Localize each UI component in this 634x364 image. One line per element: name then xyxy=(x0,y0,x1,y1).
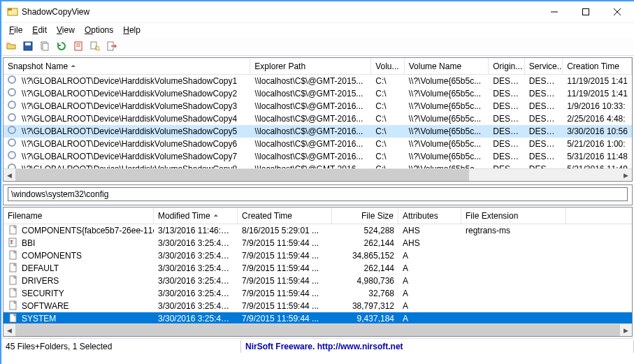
exit-icon[interactable] xyxy=(105,39,119,53)
svg-point-21 xyxy=(8,126,15,133)
column-header[interactable]: Volume Name xyxy=(405,58,489,74)
toolbar xyxy=(1,37,634,56)
file-row[interactable]: SYSTEM3/30/2016 3:25:41 ...7/9/2015 11:5… xyxy=(3,312,632,323)
svg-line-15 xyxy=(99,50,100,51)
svg-rect-27 xyxy=(10,240,13,242)
svg-point-23 xyxy=(8,152,15,159)
refresh-icon[interactable] xyxy=(55,39,69,53)
file-row[interactable]: COMPONENTS{fabce5b7-26ee-11e...3/13/2016… xyxy=(3,224,632,237)
file-row[interactable]: DEFAULT3/30/2016 3:25:41 ...7/9/2015 11:… xyxy=(3,262,632,275)
copy-icon[interactable] xyxy=(38,39,52,53)
menu-view[interactable]: View xyxy=(52,24,80,36)
window-title: ShadowCopyView xyxy=(22,7,89,17)
snapshot-list-panel: Snapshot Name⏶Explorer PathVolu...Volume… xyxy=(3,57,633,182)
snapshot-row[interactable]: \\?\GLOBALROOT\Device\HarddiskVolumeShad… xyxy=(3,87,632,100)
svg-rect-7 xyxy=(25,43,31,45)
column-header[interactable]: Created Time xyxy=(238,208,332,224)
svg-rect-28 xyxy=(10,242,13,244)
svg-rect-9 xyxy=(43,43,48,50)
column-header[interactable]: Modified Time⏶ xyxy=(154,208,238,224)
open-folder-icon[interactable] xyxy=(4,39,18,53)
file-hscrollbar[interactable]: ◀ ▶ xyxy=(3,323,632,336)
svg-rect-3 xyxy=(582,9,589,15)
snapshot-hscrollbar[interactable]: ◀ ▶ xyxy=(3,168,632,181)
snapshot-row[interactable]: \\?\GLOBALROOT\Device\HarddiskVolumeShad… xyxy=(3,125,632,138)
column-header[interactable]: Service... xyxy=(525,58,563,74)
column-header[interactable]: Attributes xyxy=(398,208,461,224)
snapshot-row[interactable]: \\?\GLOBALROOT\Device\HarddiskVolumeShad… xyxy=(3,75,632,87)
column-header[interactable]: Origin... xyxy=(489,58,524,74)
svg-point-17 xyxy=(8,76,15,83)
scroll-right-icon[interactable]: ▶ xyxy=(620,169,632,181)
file-rows: COMPONENTS{fabce5b7-26ee-11e...3/13/2016… xyxy=(3,224,632,323)
column-header[interactable]: File Size xyxy=(332,208,398,224)
svg-point-20 xyxy=(8,114,15,121)
column-header[interactable]: File Extension xyxy=(461,208,566,224)
column-header[interactable]: Snapshot Name⏶ xyxy=(3,58,250,74)
svg-point-22 xyxy=(8,139,15,146)
sort-asc-icon: ⏶ xyxy=(213,212,219,219)
svg-rect-1 xyxy=(8,8,12,10)
column-header[interactable]: Volu... xyxy=(371,58,405,74)
scroll-right-icon[interactable]: ▶ xyxy=(620,324,632,336)
column-header[interactable]: Filename xyxy=(3,208,154,224)
file-row[interactable]: COMPONENTS3/30/2016 3:25:41 ...7/9/2015 … xyxy=(3,249,632,262)
column-header[interactable]: Explorer Path xyxy=(250,58,371,74)
properties-icon[interactable] xyxy=(71,39,85,53)
column-header[interactable]: Creation Time xyxy=(563,58,632,74)
menu-help[interactable]: Help xyxy=(118,24,145,36)
file-columns: FilenameModified Time⏶Created TimeFile S… xyxy=(3,208,632,224)
snapshot-columns: Snapshot Name⏶Explorer PathVolu...Volume… xyxy=(3,58,632,75)
menu-bar: FileEditViewOptionsHelp xyxy=(1,23,634,37)
snapshot-row[interactable]: \\?\GLOBALROOT\Device\HarddiskVolumeShad… xyxy=(3,138,632,150)
snapshot-row[interactable]: \\?\GLOBALROOT\Device\HarddiskVolumeShad… xyxy=(3,100,632,112)
file-row[interactable]: SECURITY3/30/2016 3:25:41 ...7/9/2015 11… xyxy=(3,287,632,300)
file-list-panel: FilenameModified Time⏶Created TimeFile S… xyxy=(3,207,633,337)
menu-file[interactable]: File xyxy=(4,24,27,36)
menu-edit[interactable]: Edit xyxy=(27,24,52,36)
maximize-button[interactable] xyxy=(570,2,601,22)
status-bar: 45 Files+Folders, 1 Selected NirSoft Fre… xyxy=(1,338,634,354)
app-icon xyxy=(7,6,18,17)
minimize-button[interactable] xyxy=(538,2,570,22)
find-icon[interactable] xyxy=(88,39,102,53)
close-button[interactable] xyxy=(601,2,633,22)
snapshot-row[interactable]: \\?\GLOBALROOT\Device\HarddiskVolumeShad… xyxy=(3,150,632,163)
path-panel xyxy=(3,184,633,205)
path-input[interactable] xyxy=(8,187,628,201)
svg-rect-13 xyxy=(91,42,96,49)
file-row[interactable]: SOFTWARE3/30/2016 3:25:41 ...7/9/2015 11… xyxy=(3,300,632,312)
svg-point-18 xyxy=(8,89,15,96)
scroll-left-icon[interactable]: ◀ xyxy=(3,169,15,181)
file-row[interactable]: BBI3/30/2016 3:25:41 ...7/9/2015 11:59:4… xyxy=(3,237,632,249)
file-row[interactable]: DRIVERS3/30/2016 3:25:41 ...7/9/2015 11:… xyxy=(3,275,632,287)
menu-options[interactable]: Options xyxy=(80,24,118,36)
sort-asc-icon: ⏶ xyxy=(71,63,76,69)
snapshot-row[interactable]: \\?\GLOBALROOT\Device\HarddiskVolumeShad… xyxy=(3,163,632,168)
status-right: NirSoft Freeware. http://www.nirsoft.net xyxy=(241,340,634,353)
svg-point-19 xyxy=(8,101,15,108)
scroll-left-icon[interactable]: ◀ xyxy=(3,324,15,336)
save-icon[interactable] xyxy=(21,39,35,53)
snapshot-rows: \\?\GLOBALROOT\Device\HarddiskVolumeShad… xyxy=(3,75,632,168)
snapshot-row[interactable]: \\?\GLOBALROOT\Device\HarddiskVolumeShad… xyxy=(3,112,632,125)
status-left: 45 Files+Folders, 1 Selected xyxy=(1,340,241,353)
title-bar: ShadowCopyView xyxy=(1,1,634,23)
